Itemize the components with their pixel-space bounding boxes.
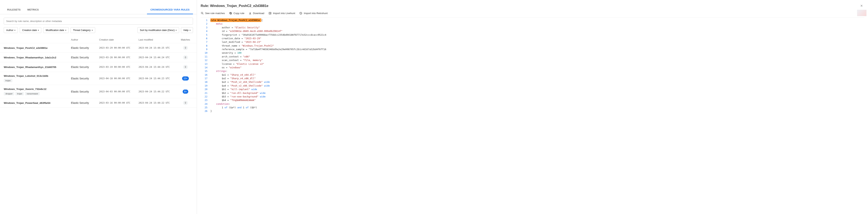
code-line: $b2 = "run-dll-background" wide [209, 91, 864, 95]
import-livehunt-button[interactable]: Import into Livehunt [269, 12, 295, 15]
rule-name: Windows_Trojan_PowerSeal_d63f5e54 [4, 101, 71, 104]
see-rule-matches-button[interactable]: See rule matches [201, 12, 225, 15]
search-icon [201, 12, 204, 15]
table-row[interactable]: Windows_Trojan_PoshC2_e2d3881eElastic Se… [0, 43, 197, 53]
filter-threat-category[interactable]: Threat Category▾ [70, 27, 95, 33]
col-author: Author [71, 38, 99, 41]
col-matches: Matches [178, 38, 193, 41]
code-line: $b4 = "TVqQAAMAAAAEAAAA" [209, 98, 864, 102]
cell-author: Elastic Security [71, 56, 99, 59]
tab-rulesets[interactable]: RULESETS [4, 6, 24, 14]
table-header: Author Creation date Last modified Match… [0, 36, 197, 43]
cell-created: 2023-03-16 00:00:00 UTC [99, 101, 138, 104]
copy-icon [229, 12, 232, 15]
tag[interactable]: trojan [16, 92, 24, 95]
actions-row: See rule matches Copy rule Download Impo… [201, 11, 864, 18]
sort-button[interactable]: Sort by modification date (Desc)▾ [137, 27, 179, 33]
col-modified: Last modified [138, 38, 178, 41]
code-line: rule Windows_Trojan_PoshC2_e2d3881e { [209, 19, 864, 22]
code-line: license = "Elastic License v2" [209, 62, 864, 66]
code-line: os = "windows" [209, 66, 864, 69]
code-editor[interactable]: 1234567891011121314151617181920212223242… [201, 18, 864, 114]
caret-icon: ▾ [38, 29, 39, 31]
cell-author: Elastic Security [71, 101, 99, 104]
import-icon [269, 12, 272, 15]
search-input[interactable] [4, 18, 193, 25]
svg-line-1 [203, 13, 203, 14]
close-icon[interactable]: × [859, 3, 864, 9]
cell-matches: 0 [178, 101, 193, 105]
code-line: reference_sample = "7a718a4f74656346bd9a… [209, 48, 864, 51]
rule-name: Windows_Trojan_Rhadamanthys_21b60705 [4, 66, 71, 68]
rule-detail-title: Rule: Windows_Trojan_PoshC2_e2d3881e [201, 4, 859, 8]
code-line: arch_context = "x86" [209, 55, 864, 58]
tab-crowdsourced[interactable]: CROWDSOURCED YARA RULES [147, 6, 193, 14]
cell-created: 2023-04-18 00:00:00 UTC [99, 77, 138, 80]
code-line: id = "e2d3881e-d849-4ec8-a560-000a9b2981… [209, 29, 864, 33]
cell-matches: 0 [178, 55, 193, 60]
cell-modified: 2023-04-24 15:44:24 UTC [138, 56, 178, 59]
table-row[interactable]: Windows_Trojan_PowerSeal_d63f5e54Elastic… [0, 98, 197, 108]
cell-modified: 2023-04-24 15:44:24 UTC [138, 66, 178, 68]
cell-matches: 0 [178, 65, 193, 69]
cell-modified: 2023-04-24 15:44:25 UTC [138, 47, 178, 49]
cell-matches: 10+ [178, 77, 193, 81]
download-icon [249, 12, 252, 15]
cell-author: Elastic Security [71, 65, 99, 68]
table-row[interactable]: Windows_Trojan_Rhadamanthys_21b60705Elas… [0, 62, 197, 72]
help-button[interactable]: Help▾ [181, 27, 193, 33]
tag[interactable]: ransomware [25, 92, 40, 95]
cell-author: Elastic Security [71, 47, 99, 49]
caret-icon: ▾ [190, 29, 190, 31]
cell-created: 2023-03-29 00:00:00 UTC [99, 47, 138, 49]
cell-created: 2023-03-28 00:00:00 UTC [99, 56, 138, 59]
col-created: Creation date [99, 38, 138, 41]
code-line: fingerprint = "30a9161077a90068acf756dcc… [209, 33, 864, 37]
code-line: $a1 = "Sharp_v4_x64.dll" [209, 73, 864, 77]
table-row[interactable]: Windows_Trojan_Rhadamanthys_1da1c2c2Elas… [0, 53, 197, 62]
filters-row: Author▾ Creation date▾ Modification date… [0, 27, 197, 36]
table-row[interactable]: Windows_Trojan_Xworm_732e6c12droppertroj… [0, 85, 197, 98]
code-line: condition: [209, 102, 864, 106]
code-line: last_modified = "2023-04-23" [209, 40, 864, 44]
caret-icon: ▾ [176, 29, 177, 31]
tag[interactable]: trojan [4, 79, 12, 82]
code-line: author = "Elastic Security" [209, 26, 864, 29]
cell-created: 2023-03-19 00:00:00 UTC [99, 66, 138, 68]
filter-creation-date[interactable]: Creation date▾ [20, 27, 41, 33]
download-button[interactable]: Download [249, 12, 264, 15]
retro-icon [299, 12, 302, 15]
cell-matches: 6+ [178, 90, 193, 94]
code-line: $b1 = "kill-implant" wide [209, 88, 864, 91]
code-line: threat_name = "Windows.Trojan.PoshC2" [209, 44, 864, 48]
code-line: meta: [209, 22, 864, 26]
cell-modified: 2023-04-24 15:44:22 UTC [138, 101, 178, 104]
tab-metrics[interactable]: METRICS [24, 6, 42, 14]
svg-rect-3 [230, 12, 231, 14]
code-line: creation_date = "2023-03-29" [209, 37, 864, 40]
filter-author[interactable]: Author▾ [4, 27, 18, 33]
cell-matches: 0 [178, 46, 193, 50]
rule-name: Windows_Trojan_Lobshot_013c1b0b [4, 74, 71, 77]
table-row[interactable]: Windows_Trojan_Lobshot_013c1b0btrojanEla… [0, 72, 197, 85]
code-line: $a2 = "Sharp_v4_x86_dll" [209, 77, 864, 80]
code-line: scan_context = "file, memory" [209, 58, 864, 62]
code-line: strings: [209, 69, 864, 73]
filter-modification-date[interactable]: Modification date▾ [43, 27, 68, 33]
rule-name: Windows_Trojan_Rhadamanthys_1da1c2c2 [4, 56, 71, 59]
cell-modified: 2023-04-24 15:44:23 UTC [138, 77, 178, 80]
caret-icon: ▾ [92, 29, 93, 31]
caret-icon: ▾ [65, 29, 66, 31]
code-line: $a4 = "Posh_v2_x86_Shellcode" wide [209, 84, 864, 88]
cell-author: Elastic Security [71, 90, 99, 93]
copy-rule-button[interactable]: Copy rule [229, 12, 244, 15]
svg-rect-2 [230, 13, 231, 14]
code-line: 1 of ($a*) and 1 of ($b*) [209, 106, 864, 109]
cell-modified: 2023-04-24 15:44:22 UTC [138, 90, 178, 93]
import-retrohunt-button[interactable]: Import into Retrohunt [299, 12, 328, 15]
rule-name: Windows_Trojan_PoshC2_e2d3881e [4, 47, 71, 49]
cell-author: Elastic Security [71, 77, 99, 80]
thumbnail-preview [857, 10, 867, 16]
code-line: $b3 = "run-exe-background" wide [209, 95, 864, 98]
tag[interactable]: dropper [4, 92, 14, 95]
